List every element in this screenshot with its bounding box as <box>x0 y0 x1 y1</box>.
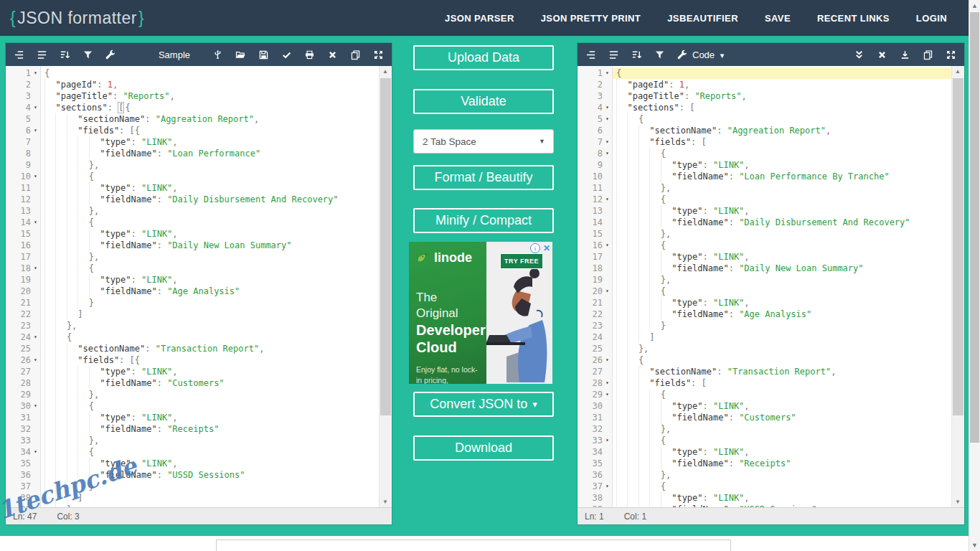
code-line[interactable]: 4▾"sections": [ <box>578 102 952 113</box>
code-line[interactable]: 23} <box>578 320 952 331</box>
code-line[interactable]: 22] <box>6 309 380 320</box>
copy-icon[interactable] <box>350 50 361 60</box>
indent-icon[interactable] <box>14 50 24 60</box>
line-number-gutter[interactable]: 20▾ <box>578 286 613 297</box>
line-number-gutter[interactable]: 7▾ <box>578 136 613 148</box>
code-line[interactable]: 34"type": "LINK", <box>578 446 952 458</box>
code-line[interactable]: 13}, <box>6 205 380 217</box>
upload-data-button[interactable]: Upload Data <box>413 45 554 70</box>
code-line[interactable]: 30▾{ <box>6 400 380 412</box>
line-number-gutter[interactable]: 5▾ <box>578 113 613 125</box>
code-line[interactable]: 11"type": "LINK", <box>6 182 380 194</box>
code-line[interactable]: 21} <box>6 297 380 309</box>
fold-toggle-icon[interactable]: ▾ <box>31 331 40 343</box>
page-scroll-down-icon[interactable]: ▼ <box>969 540 980 551</box>
save-icon[interactable] <box>258 50 269 60</box>
code-line[interactable]: 5▾{ <box>578 113 952 125</box>
code-line[interactable]: 26▾"fields": [{ <box>6 354 380 366</box>
code-line[interactable]: 35"fieldName": "Receipts" <box>578 458 952 469</box>
fold-toggle-icon[interactable]: ▾ <box>31 102 40 113</box>
filter-icon[interactable] <box>654 50 665 60</box>
code-line[interactable]: 10"fieldName": "Loan Performance By Tran… <box>578 171 952 182</box>
code-line[interactable]: 25}, <box>578 343 952 354</box>
wrench-icon[interactable] <box>677 50 688 60</box>
code-line[interactable]: 29}, <box>6 389 380 400</box>
double-down-icon[interactable] <box>854 50 864 60</box>
nav-item-json-pretty-print[interactable]: JSON PRETTY PRINT <box>541 13 641 24</box>
site-logo[interactable]: { JSON formatter } <box>9 0 146 36</box>
code-line[interactable]: 31"type": "LINK", <box>6 412 380 423</box>
line-number-gutter[interactable]: 33▾ <box>578 435 613 446</box>
page-scrollbar[interactable]: ▲ ▼ <box>969 0 980 551</box>
fold-toggle-icon[interactable]: ▾ <box>31 171 40 182</box>
fold-toggle-icon[interactable]: ▾ <box>603 136 612 148</box>
code-line[interactable]: 32}, <box>578 423 952 435</box>
code-line[interactable]: 36"fieldName": "USSD Sessions" <box>6 469 380 481</box>
code-line[interactable]: 24▾{ <box>6 331 380 343</box>
code-line[interactable]: 10▾{ <box>6 171 380 182</box>
nav-item-jsbeautifier[interactable]: JSBEAUTIFIER <box>667 13 738 24</box>
code-line[interactable]: 17"type": "LINK", <box>578 251 952 263</box>
fold-toggle-icon[interactable]: ▾ <box>31 446 40 458</box>
code-line[interactable]: 8▾{ <box>578 148 952 159</box>
line-number-gutter[interactable]: 6▾ <box>6 125 41 136</box>
code-line[interactable]: 36}, <box>578 469 952 481</box>
code-line[interactable]: 23}, <box>6 320 380 331</box>
code-line[interactable]: 6"sectionName": "Aggreation Report", <box>578 125 952 136</box>
format-beautify-button[interactable]: Format / Beautify <box>413 165 554 190</box>
line-number-gutter[interactable]: 4▾ <box>578 102 613 113</box>
tab-space-select[interactable]: 2 Tab Space ▼ <box>413 129 554 154</box>
code-line[interactable]: 14"fieldName": "Daily Disbursement And R… <box>578 217 952 228</box>
fold-toggle-icon[interactable]: ▾ <box>31 125 40 136</box>
usb-icon[interactable] <box>212 50 223 60</box>
code-line[interactable]: 7"type": "LINK", <box>6 136 380 148</box>
fold-toggle-icon[interactable]: ▾ <box>31 354 40 366</box>
code-line[interactable]: 17}, <box>6 251 380 263</box>
fold-toggle-icon[interactable]: ▾ <box>603 481 612 492</box>
line-number-gutter[interactable]: 28▾ <box>578 377 613 389</box>
line-number-gutter[interactable]: 34▾ <box>6 446 41 458</box>
sort-icon[interactable] <box>60 50 70 60</box>
code-line[interactable]: 14▾{ <box>6 217 380 228</box>
check-icon[interactable] <box>281 50 292 60</box>
code-line[interactable]: 16"fieldName": "Daily New Loan Summary" <box>6 240 380 251</box>
sample-menu[interactable]: Sample <box>159 50 190 60</box>
clear-icon[interactable] <box>327 50 338 60</box>
input-editor-scrollbar[interactable]: ▲ ▼ <box>379 66 392 507</box>
scroll-up-icon[interactable]: ▲ <box>380 66 391 77</box>
line-number-gutter[interactable]: 37▾ <box>578 481 613 492</box>
code-line[interactable]: 3"pageTitle": "Reports", <box>6 90 380 102</box>
line-number-gutter[interactable]: 16▾ <box>578 240 613 251</box>
code-line[interactable]: 13"type": "LINK", <box>578 205 952 217</box>
code-line[interactable]: 39"fieldName": "USSD Sessions" <box>578 504 952 507</box>
nav-item-json-parser[interactable]: JSON PARSER <box>445 13 514 24</box>
fold-toggle-icon[interactable]: ▾ <box>603 286 612 297</box>
code-line[interactable]: 5"sectionName": "Aggreation Report", <box>6 113 380 125</box>
code-line[interactable]: 29▾{ <box>578 389 952 400</box>
fold-toggle-icon[interactable]: ▾ <box>603 389 612 400</box>
code-line[interactable]: 33}, <box>6 435 380 446</box>
fold-toggle-icon[interactable]: ▾ <box>603 113 612 125</box>
code-line[interactable]: 1▾{ <box>578 67 952 79</box>
code-line[interactable]: 28"fieldName": "Customers" <box>6 377 380 389</box>
fold-toggle-icon[interactable]: ▾ <box>603 102 612 113</box>
fold-toggle-icon[interactable]: ▾ <box>603 67 612 79</box>
line-number-gutter[interactable]: 26▾ <box>6 354 41 366</box>
code-line[interactable]: 20"fieldName": "Age Analysis" <box>6 286 380 297</box>
fold-toggle-icon[interactable]: ▾ <box>603 435 612 446</box>
scroll-down-icon[interactable]: ▼ <box>380 496 391 507</box>
code-line[interactable]: 31"fieldName": "Customers" <box>578 412 952 423</box>
ad-close-icon[interactable]: ✕ <box>543 243 550 253</box>
code-line[interactable]: 7▾"fields": [ <box>578 136 952 148</box>
convert-json-button[interactable]: Convert JSON to ▾ <box>413 392 554 417</box>
code-line[interactable]: 22"fieldName": "Age Analysis" <box>578 309 952 320</box>
code-line[interactable]: 15}, <box>578 228 952 240</box>
ad-try-free-button[interactable]: TRY FREE <box>500 253 543 269</box>
code-line[interactable]: 39} <box>6 504 380 507</box>
fold-toggle-icon[interactable]: ▾ <box>603 194 612 205</box>
ad-info-icon[interactable]: i <box>530 243 540 253</box>
line-number-gutter[interactable]: 14▾ <box>6 217 41 228</box>
fold-toggle-icon[interactable]: ▾ <box>603 148 612 159</box>
line-number-gutter[interactable]: 30▾ <box>6 400 41 412</box>
scroll-down-icon[interactable]: ▼ <box>952 496 963 507</box>
